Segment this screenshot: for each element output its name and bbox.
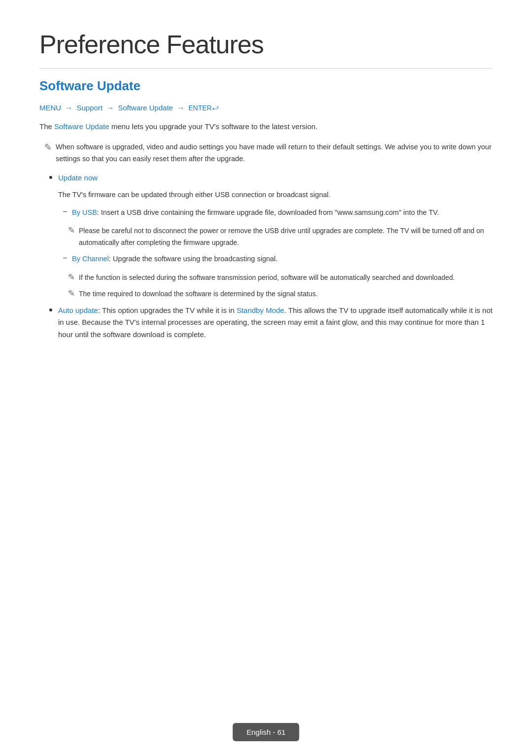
- note-block-1: ✎ When software is upgraded, video and a…: [39, 141, 493, 165]
- bullet-label-update-now: Update now: [58, 172, 98, 184]
- dash-note-channel-1-text: If the function is selected during the s…: [79, 272, 455, 283]
- bullet-list-auto: Auto update: This option upgrades the TV…: [39, 305, 493, 341]
- dash-text-by-channel: By Channel: Upgrade the software using t…: [72, 253, 278, 265]
- note-icon-1: ✎: [44, 142, 52, 153]
- auto-update-highlight: Auto update: [58, 306, 98, 314]
- dash-note-usb: ✎ Please be careful not to disconnect th…: [58, 225, 493, 248]
- breadcrumb-sep2: →: [106, 103, 114, 112]
- breadcrumb-enter: ENTER⮐: [188, 104, 218, 112]
- by-usb-highlight: By USB: [72, 208, 97, 216]
- dash-text-by-usb: By USB: Insert a USB drive containing th…: [72, 207, 439, 219]
- breadcrumb-menu: MENU: [39, 103, 61, 112]
- breadcrumb-sep1: →: [65, 103, 72, 112]
- breadcrumb-sep3: →: [177, 103, 184, 112]
- dash-item-by-channel: – By Channel: Upgrade the software using…: [58, 253, 493, 265]
- dash-note-channel-2-text: The time required to download the softwa…: [79, 288, 318, 300]
- dash-sym-channel: –: [63, 253, 67, 261]
- page-container: Preference Features Software Update MENU…: [0, 0, 532, 395]
- standby-mode-highlight: Standby Mode: [236, 306, 284, 314]
- bullet-item-update-now: Update now: [39, 172, 493, 184]
- breadcrumb-software-update: Software Update: [118, 103, 173, 112]
- dash-sym-usb: –: [63, 207, 67, 215]
- breadcrumb: MENU → Support → Software Update → ENTER…: [39, 103, 493, 112]
- page-title: Preference Features: [39, 30, 493, 59]
- update-now-content: The TV's firmware can be updated through…: [39, 189, 493, 300]
- footer-text: English - 61: [246, 728, 285, 736]
- dash-note-channel-2: ✎ The time required to download the soft…: [58, 288, 493, 300]
- footer: English - 61: [233, 723, 299, 741]
- title-divider: [39, 68, 493, 69]
- bullet-dot-1: [49, 176, 52, 179]
- note-text-1: When software is upgraded, video and aud…: [56, 141, 493, 165]
- breadcrumb-support: Support: [77, 103, 103, 112]
- intro-text: The Software Update menu lets you upgrad…: [39, 121, 493, 133]
- bullet-list: Update now: [39, 172, 493, 184]
- dash-note-channel-2-icon: ✎: [68, 288, 75, 299]
- bullet-dot-2: [49, 309, 52, 311]
- dash-note-usb-icon: ✎: [68, 225, 75, 236]
- dash-note-channel-1-icon: ✎: [68, 272, 75, 282]
- update-now-subtext: The TV's firmware can be updated through…: [58, 189, 493, 201]
- section-title: Software Update: [39, 78, 493, 94]
- dash-note-channel-1: ✎ If the function is selected during the…: [58, 272, 493, 283]
- dash-note-usb-text: Please be careful not to disconnect the …: [79, 225, 493, 248]
- bullet-label-auto-update: Auto update: This option upgrades the TV…: [58, 305, 493, 341]
- intro-highlight: Software Update: [54, 122, 109, 131]
- bullet-item-auto-update: Auto update: This option upgrades the TV…: [39, 305, 493, 341]
- dash-item-by-usb: – By USB: Insert a USB drive containing …: [58, 207, 493, 219]
- by-channel-highlight: By Channel: [72, 255, 109, 263]
